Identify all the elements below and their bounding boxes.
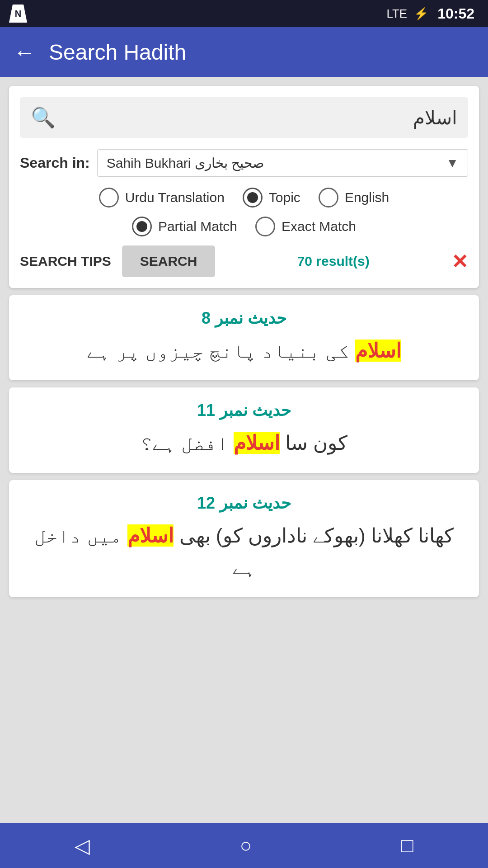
radio-topic[interactable]: Topic (243, 188, 300, 208)
radio-partial-outer (132, 217, 152, 236)
hadith-text-1: اسلام کی بنیاد پانچ چیزوں پر ہے (20, 335, 468, 367)
n-logo: N (9, 5, 27, 23)
radio-english[interactable]: English (319, 188, 389, 208)
search-input-container: 🔍 اسلام (20, 97, 468, 138)
dropdown-value: Sahih Bukhari صحیح بخاری (107, 155, 264, 171)
results-count: 70 result(s) (226, 254, 441, 269)
main-content: 🔍 اسلام Search in: Sahih Bukhari صحیح بخ… (0, 77, 488, 823)
radio-english-outer (319, 188, 338, 208)
radio-urdu-translation[interactable]: Urdu Translation (99, 188, 225, 208)
search-button[interactable]: SEARCH (122, 245, 216, 277)
hadith-text-3: کھانا کھلانا (بھوکے ناداروں کو) بھی اسلا… (20, 520, 468, 584)
action-row: SEARCH TIPS SEARCH 70 result(s) ✕ (20, 245, 468, 277)
search-in-label: Search in: (20, 155, 90, 171)
search-card: 🔍 اسلام Search in: Sahih Bukhari صحیح بخ… (9, 86, 479, 288)
hadith-text-after-2: افضل ہے؟ (141, 432, 228, 454)
hadith-text-2: کون سا اسلام افضل ہے؟ (20, 427, 468, 459)
back-button[interactable]: ← (14, 40, 35, 65)
nav-recent-button[interactable]: □ (383, 830, 432, 861)
app-bar: ← Search Hadith (0, 27, 488, 77)
radio-exact-outer (255, 217, 275, 236)
search-icon[interactable]: 🔍 (31, 106, 56, 129)
hadith-text-before-3: کھانا کھلانا (بھوکے ناداروں کو) بھی (174, 524, 454, 547)
search-type-radio-group: Urdu Translation Topic English (20, 188, 468, 208)
search-tips-button[interactable]: SEARCH TIPS (20, 249, 111, 274)
radio-exact-label: Exact Match (282, 219, 356, 234)
clear-button[interactable]: ✕ (451, 250, 468, 273)
hadith-number-3: حدیث نمبر 12 (20, 494, 468, 513)
radio-topic-inner (247, 192, 258, 203)
hadith-number-1: حدیث نمبر 8 (20, 309, 468, 328)
search-input[interactable]: اسلام (63, 107, 457, 129)
bottom-nav: ◁ ○ □ (0, 823, 488, 868)
result-card-3[interactable]: حدیث نمبر 12 کھانا کھلانا (بھوکے ناداروں… (9, 480, 479, 597)
hadith-text-before-2: کون سا (280, 432, 347, 454)
nav-back-button[interactable]: ◁ (56, 830, 108, 862)
status-time: 10:52 (437, 5, 474, 22)
app-title: Search Hadith (49, 40, 186, 65)
match-type-radio-group: Partial Match Exact Match (20, 217, 468, 236)
radio-english-label: English (345, 190, 389, 205)
radio-topic-label: Topic (269, 190, 300, 205)
radio-partial-label: Partial Match (158, 219, 237, 234)
radio-topic-outer (243, 188, 263, 208)
hadith-text-after-1: کی بنیاد پانچ چیزوں پر ہے (87, 340, 349, 362)
radio-urdu-label: Urdu Translation (125, 190, 225, 205)
radio-partial-inner (136, 221, 147, 232)
hadith-text-highlight-3: اسلام (127, 524, 174, 547)
radio-partial-match[interactable]: Partial Match (132, 217, 237, 236)
radio-exact-match[interactable]: Exact Match (255, 217, 356, 236)
battery-icon: ⚡ (414, 7, 428, 21)
dropdown-arrow-icon: ▼ (446, 156, 459, 170)
result-card-2[interactable]: حدیث نمبر 11 کون سا اسلام افضل ہے؟ (9, 387, 479, 472)
hadith-number-2: حدیث نمبر 11 (20, 401, 468, 420)
lte-icon: LTE (386, 7, 407, 21)
result-card-1[interactable]: حدیث نمبر 8 اسلام کی بنیاد پانچ چیزوں پر… (9, 295, 479, 380)
nav-home-button[interactable]: ○ (221, 830, 270, 861)
hadith-text-highlight-2: اسلام (234, 432, 280, 454)
status-bar: N LTE ⚡ 10:52 (0, 0, 488, 27)
status-icons: LTE ⚡ (386, 7, 428, 21)
search-in-row: Search in: Sahih Bukhari صحیح بخاری ▼ (20, 149, 468, 177)
book-dropdown[interactable]: Sahih Bukhari صحیح بخاری ▼ (97, 149, 468, 177)
radio-urdu-outer (99, 188, 119, 208)
hadith-text-highlight-1: اسلام (355, 340, 401, 362)
